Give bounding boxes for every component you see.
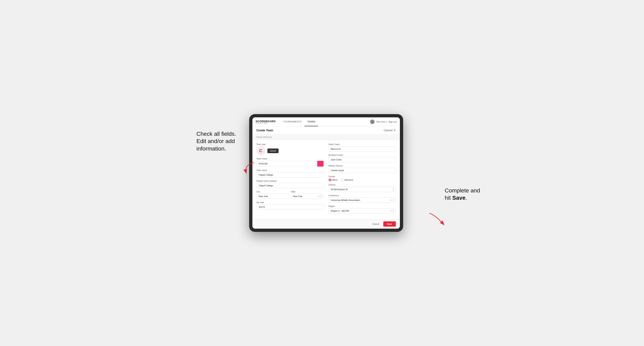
tablet-screen: SCOREBOARD Powered by clippd TOURNAMENTS… <box>252 117 400 229</box>
head-coach-label: Head Coach <box>328 143 396 146</box>
division-select[interactable]: NCAA Division III <box>328 187 396 192</box>
division-select-wrapper: NCAA Division III ▲▼ <box>328 187 396 192</box>
navbar-right: Test User | Sign out <box>370 120 397 124</box>
gender-row: Mens Womens <box>328 178 396 181</box>
assistant-coach-group: Assistant Coach <box>328 154 396 162</box>
region-group: Region Region II - (M) DIII ✕ ▲▼ <box>328 205 396 213</box>
arrow-right-indicator <box>428 211 448 228</box>
cancel-button[interactable]: Cancel <box>370 222 381 226</box>
form-left-column: Team logo C Upload Team colour <box>256 143 324 216</box>
modal-close-button[interactable]: Cancel ✕ <box>384 129 396 132</box>
logo-circle: C <box>256 146 266 155</box>
zip-label: Zip code <box>256 201 324 203</box>
state-select-wrapper: New York ✕ ▲▼ <box>291 194 324 199</box>
save-button[interactable]: Save <box>383 221 396 227</box>
womens-radio-dot[interactable] <box>341 178 344 181</box>
team-colour-group: Team colour <box>256 158 324 167</box>
conference-group: Conference University Athletic Associati… <box>328 194 396 203</box>
annotation-right: Complete and hit Save. <box>445 187 480 202</box>
city-label: City <box>256 191 289 193</box>
state-clear-icon[interactable]: ✕ <box>318 195 320 197</box>
arrow-left-indicator <box>240 161 256 178</box>
city-state-row: City State New York ✕ ▲▼ <box>256 191 324 199</box>
nav-links: TOURNAMENTS TEAMS <box>280 117 370 126</box>
form-right-column: Head Coach Assistant Coach Athletic Dire… <box>328 143 396 216</box>
assistant-coach-label: Assistant Coach <box>328 154 396 156</box>
region-select-wrapper: Region II - (M) DIII ✕ ▲▼ <box>328 208 396 213</box>
conference-select[interactable]: University Athletic Association <box>328 197 396 203</box>
section-header: TEAM DETAILS <box>252 135 400 140</box>
form-content: Team logo C Upload Team colour <box>252 140 400 219</box>
navbar: SCOREBOARD Powered by clippd TOURNAMENTS… <box>252 117 400 126</box>
team-colour-input[interactable] <box>256 161 317 166</box>
conference-select-wrapper: University Athletic Association ✕ ▲▼ <box>328 197 396 203</box>
tablet-frame: SCOREBOARD Powered by clippd TOURNAMENTS… <box>249 114 403 232</box>
head-coach-input[interactable] <box>328 146 396 152</box>
annotation-left: Check all fields. Edit and/or add inform… <box>196 130 236 152</box>
user-label: Test User | <box>376 121 387 123</box>
conference-label: Conference <box>328 194 396 197</box>
team-name-label: Team name <box>256 169 324 172</box>
state-group: State New York ✕ ▲▼ <box>291 191 324 199</box>
gender-womens-option[interactable]: Womens <box>341 178 353 181</box>
upload-button[interactable]: Upload <box>268 149 279 153</box>
team-name-group: Team name <box>256 169 324 177</box>
colour-input-wrapper <box>256 161 324 167</box>
team-logo-group: Team logo C Upload <box>256 143 324 155</box>
zip-input[interactable] <box>256 204 324 210</box>
state-label: State <box>291 191 324 193</box>
nav-tournaments[interactable]: TOURNAMENTS <box>280 117 304 126</box>
display-name-input[interactable] <box>256 183 324 188</box>
athletic-director-label: Athletic Director <box>328 165 396 167</box>
modal-header: Create Team Cancel ✕ <box>252 126 400 135</box>
division-group: Division NCAA Division III ▲▼ <box>328 184 396 192</box>
team-name-input[interactable] <box>256 172 324 177</box>
head-coach-group: Head Coach <box>328 143 396 152</box>
division-label: Division <box>328 184 396 186</box>
assistant-coach-input[interactable] <box>328 157 396 162</box>
brand-logo: SCOREBOARD Powered by clippd <box>256 120 276 124</box>
region-clear-icon[interactable]: ✕ <box>390 210 392 212</box>
team-colour-label: Team colour <box>256 158 324 160</box>
zip-group: Zip code <box>256 201 324 210</box>
conference-clear-icon[interactable]: ✕ <box>390 199 392 201</box>
gender-group: Gender Mens Womens <box>328 175 396 181</box>
logo-area: C Upload <box>256 146 324 155</box>
team-logo-label: Team logo <box>256 143 324 146</box>
display-name-group: Display name (unique) <box>256 180 324 188</box>
region-select[interactable]: Region II - (M) DIII <box>328 208 396 213</box>
sign-out-link[interactable]: Sign out <box>388 121 396 123</box>
colour-swatch[interactable] <box>317 161 324 167</box>
brand-subtitle: Powered by clippd <box>256 122 276 124</box>
gender-label: Gender <box>328 175 396 178</box>
modal-title: Create Team <box>256 129 273 132</box>
city-input[interactable] <box>256 194 289 199</box>
gender-mens-label: Mens <box>332 179 338 181</box>
city-group: City <box>256 191 289 199</box>
mens-radio-dot[interactable] <box>328 178 332 181</box>
modal-footer: Cancel Save <box>252 219 400 229</box>
athletic-director-input[interactable] <box>328 168 396 173</box>
region-label: Region <box>328 205 396 207</box>
user-avatar <box>370 120 374 124</box>
nav-teams[interactable]: TEAMS <box>304 117 318 126</box>
gender-mens-option[interactable]: Mens <box>328 178 338 181</box>
athletic-director-group: Athletic Director <box>328 165 396 173</box>
gender-womens-label: Womens <box>344 179 353 181</box>
display-name-label: Display name (unique) <box>256 180 324 182</box>
